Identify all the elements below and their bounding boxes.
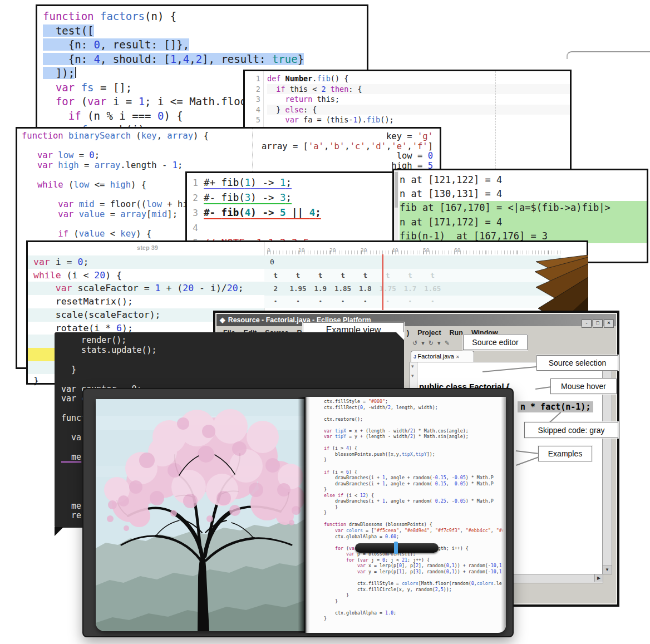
speech-tail bbox=[55, 527, 63, 536]
window-controls[interactable]: -□× bbox=[580, 316, 614, 328]
tests-code-area[interactable]: #+ fib(1) -> 1;#- fib(3) -> 3;#- fib(4) … bbox=[204, 175, 321, 250]
callout-source-editor: Source editor bbox=[463, 335, 528, 350]
timeline-step-value: 0 bbox=[264, 258, 274, 266]
callout-text: Skipped code: gray bbox=[538, 426, 605, 435]
tab-factorial-java[interactable]: J Factorial.java ✕ bbox=[411, 351, 474, 362]
eclipse-icon: ◈ bbox=[220, 316, 225, 324]
timeline-value-row: 21.951.91.851.81.751.71.65 bbox=[264, 282, 561, 296]
book-spine bbox=[298, 397, 310, 633]
fib-code-area[interactable]: def Number.fib() { if this < 2 then: { r… bbox=[267, 73, 570, 125]
book-code-area[interactable]: ctx.fillStyle = "#000";ctx.fillRect(0, -… bbox=[324, 399, 505, 622]
scroll-right-button[interactable]: ▶ bbox=[594, 574, 603, 582]
callout-text: Source selection bbox=[549, 358, 607, 367]
timeline-dot-row: •••••••• bbox=[264, 296, 561, 308]
callout-text: Examples bbox=[548, 449, 582, 458]
scrollbar-thumb[interactable] bbox=[395, 172, 398, 208]
cherry-blossom-illustration bbox=[96, 399, 304, 631]
fib-line-numbers: 12345 bbox=[246, 73, 260, 125]
print-margin-guide bbox=[495, 71, 496, 172]
playhead[interactable] bbox=[382, 254, 383, 310]
number-scrubber[interactable] bbox=[355, 543, 439, 553]
eclipse-toolbar[interactable]: ↺ ▾ ↻ ▾ ✎ bbox=[412, 340, 451, 347]
callout-source-selection: Source selection bbox=[536, 355, 618, 371]
page-edge bbox=[501, 397, 506, 633]
callout-text: Source editor bbox=[472, 338, 518, 347]
folded-corner bbox=[396, 332, 404, 340]
binary-search-code-area[interactable]: function binarySearch (key, array) { var… bbox=[22, 131, 209, 239]
tab-close-icon[interactable]: ✕ bbox=[456, 355, 460, 360]
skipped-code-gray: n * fact(n-1); bbox=[518, 401, 593, 412]
tab-label: Factorial.java bbox=[418, 353, 454, 360]
book-window: ctx.fillStyle = "#000";ctx.fillRect(0, -… bbox=[82, 388, 514, 637]
callout-skipped-code: Skipped code: gray bbox=[524, 422, 618, 438]
book-right-page: ctx.fillStyle = "#000";ctx.fillRect(0, -… bbox=[306, 397, 506, 633]
timeline-ruler-ticks[interactable] bbox=[267, 250, 561, 254]
partial-window-edge bbox=[567, 51, 650, 59]
timeline-var-row: tttttttt bbox=[264, 269, 561, 282]
fold-marker-icon[interactable]: ▾ bbox=[411, 373, 414, 378]
tests-line-numbers: 12345 bbox=[189, 175, 198, 250]
callout-text: Mouse hover bbox=[561, 382, 606, 391]
java-file-icon: J bbox=[413, 354, 418, 360]
scrubber-handle[interactable] bbox=[394, 542, 398, 554]
fold-marker-icon[interactable]: ▾ bbox=[411, 363, 414, 369]
book-left-page bbox=[96, 399, 304, 631]
screenshot-collage: function factors(n) { test([ {n: 0, resu… bbox=[0, 0, 650, 644]
trace-output-lines: n at [121,122] = 4n at [130,131] = 4fib … bbox=[400, 173, 647, 243]
live-variable-values: key = 'g'array = ['a','b','c','d','e','f… bbox=[262, 132, 433, 171]
step-header: step 39 bbox=[28, 244, 267, 251]
eclipse-title-bar[interactable]: ◈Resource - Factorial.java - Eclipse Pla… bbox=[216, 314, 616, 326]
callout-examples: Examples bbox=[538, 446, 592, 461]
scroll-down-button[interactable]: ▼ bbox=[603, 566, 612, 574]
timeline-step-row: 0 bbox=[264, 255, 561, 269]
callout-mouse-hover: Mouse hover bbox=[550, 378, 617, 394]
